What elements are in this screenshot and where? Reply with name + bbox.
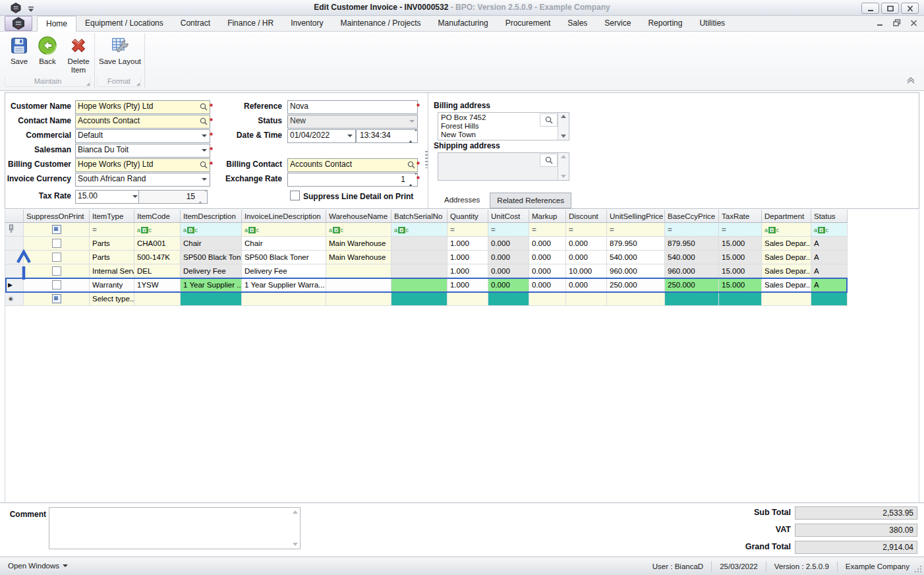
grid-cell-unitsellingprice[interactable]: 540.000: [607, 251, 665, 264]
ribbon-tab[interactable]: Equipment / Locations: [76, 16, 172, 32]
ribbon-tab[interactable]: Inventory: [282, 16, 332, 32]
column-header-itemtype[interactable]: ItemType: [90, 210, 134, 223]
scroll-down-icon[interactable]: [293, 543, 298, 546]
grid-cell-invoicelinedescription[interactable]: SP500 Black Toner: [242, 251, 326, 264]
date-field[interactable]: 01/04/2022: [287, 129, 356, 143]
salesman-dropdown[interactable]: Bianca Du Toit: [75, 144, 210, 158]
grid-cell-department[interactable]: Sales Depar...: [762, 278, 811, 292]
shipping-address-box[interactable]: [438, 152, 569, 181]
grid-cell-discount[interactable]: 0.000: [566, 237, 607, 251]
mdi-minimize-icon[interactable]: [877, 20, 884, 26]
filter-cell-baseccyprice[interactable]: =: [665, 223, 719, 237]
grid-cell-status[interactable]: A: [811, 278, 848, 292]
grid-cell-unitcost[interactable]: 0.000: [488, 251, 529, 264]
commercial-dropdown[interactable]: Default: [75, 129, 210, 143]
save-button[interactable]: Save: [7, 36, 32, 66]
tax-rate-value-spinner[interactable]: 15: [138, 190, 208, 204]
scroll-up-icon[interactable]: [293, 510, 298, 514]
new-row-cell-markup[interactable]: [529, 292, 566, 306]
grid-cell-markup[interactable]: 0.000: [529, 278, 566, 292]
filter-cell-itemtype[interactable]: =: [90, 223, 134, 237]
grid-cell-unitsellingprice[interactable]: 879.950: [607, 237, 665, 251]
column-header-itemdescription[interactable]: ItemDescription: [181, 210, 242, 223]
grid-cell-unitcost[interactable]: 0.000: [488, 264, 529, 278]
column-header-taxrate[interactable]: TaxRate: [719, 210, 762, 223]
grid-cell-quantity[interactable]: 1.000: [448, 278, 488, 292]
maximize-button[interactable]: [881, 3, 899, 14]
minimize-button[interactable]: [861, 3, 879, 14]
new-row-cell-itemdescription[interactable]: [181, 292, 242, 306]
grid-cell-warehousename[interactable]: [326, 264, 391, 278]
grid-cell-baseccyprice[interactable]: 540.000: [665, 251, 719, 264]
grid-cell-discount[interactable]: 0.000: [566, 278, 607, 292]
filter-cell-warehousename[interactable]: aBc: [326, 223, 391, 237]
application-button[interactable]: [5, 16, 32, 31]
resize-grip-icon[interactable]: [914, 565, 922, 573]
grid-cell-department[interactable]: Sales Depar...: [762, 251, 811, 264]
mdi-close-icon[interactable]: [910, 20, 917, 26]
grid-cell-suppressonprint[interactable]: [24, 251, 90, 264]
grid-cell-baseccyprice[interactable]: 960.000: [665, 264, 719, 278]
new-row-cell-baseccyprice[interactable]: [665, 292, 719, 306]
grid-cell-suppressonprint[interactable]: [24, 264, 90, 278]
suppress-line-detail-checkbox[interactable]: [290, 191, 300, 200]
grid-cell-markup[interactable]: 0.000: [529, 237, 566, 251]
grid-cell-taxrate[interactable]: 15.000: [719, 264, 762, 278]
ribbon-tab[interactable]: Manufacturing: [430, 16, 497, 32]
column-header-baseccyprice[interactable]: BaseCcyPrice: [665, 210, 719, 223]
delete-item-button[interactable]: Delete Item: [63, 36, 94, 75]
grid-cell-itemtype[interactable]: Parts: [90, 237, 134, 251]
grid-cell-itemcode[interactable]: 500-147K: [134, 251, 181, 264]
shipping-address-search-button[interactable]: [540, 154, 558, 167]
filter-cell-itemcode[interactable]: aBc: [134, 223, 181, 237]
invoice-currency-dropdown[interactable]: South African Rand: [75, 173, 210, 187]
column-header-invoicelinedescription[interactable]: InvoiceLineDescription: [242, 210, 326, 223]
ribbon-tab[interactable]: Procurement: [497, 16, 560, 32]
grid-cell-unitcost[interactable]: 0.000: [488, 237, 529, 251]
time-spinner[interactable]: 13:34:34: [356, 129, 418, 143]
grid-cell-itemdescription[interactable]: Chair: [181, 237, 242, 251]
save-layout-button[interactable]: Save Layout: [98, 36, 142, 66]
tax-rate-dropdown[interactable]: 15.00: [75, 190, 141, 204]
new-row-cell-itemcode[interactable]: [134, 292, 181, 306]
new-row-cell-itemtype[interactable]: Select type...: [90, 292, 134, 306]
grid-cell-invoicelinedescription[interactable]: 1 Year Supplier Warra...: [242, 278, 326, 292]
grid-cell-status[interactable]: A: [811, 251, 848, 264]
grid-cell-itemtype[interactable]: Parts: [90, 251, 134, 264]
new-row-cell-warehousename[interactable]: [326, 292, 391, 306]
grid-cell-baseccyprice[interactable]: 250.000: [665, 278, 719, 292]
filter-cell-status[interactable]: aBc: [811, 223, 848, 237]
new-row-cell-unitcost[interactable]: [488, 292, 529, 306]
billing-address-search-button[interactable]: [540, 113, 558, 127]
ribbon-tab[interactable]: Utilities: [691, 16, 734, 32]
suppress-checkbox[interactable]: [52, 239, 61, 248]
filter-cell-quantity[interactable]: =: [448, 223, 488, 237]
new-row-cell-unitsellingprice[interactable]: [607, 292, 665, 306]
filter-cell-taxrate[interactable]: =: [719, 223, 762, 237]
open-windows-button[interactable]: Open Windows: [8, 562, 68, 570]
billing-address-scrollbar[interactable]: [558, 113, 569, 140]
new-row-cell-batchserialno[interactable]: [391, 292, 448, 306]
column-header-suppressonprint[interactable]: SuppressOnPrint: [24, 210, 90, 223]
ribbon-tab[interactable]: Sales: [559, 16, 596, 32]
ribbon-tab[interactable]: Maintenance / Projects: [332, 16, 430, 32]
filter-cell-suppressonprint[interactable]: [24, 223, 90, 237]
grid-cell-invoicelinedescription[interactable]: Delivery Fee: [242, 264, 326, 278]
back-button[interactable]: Back: [34, 36, 61, 66]
reference-field[interactable]: Nova: [287, 100, 418, 114]
column-header-batchserialno[interactable]: BatchSerialNo: [391, 210, 448, 223]
new-row-cell-status[interactable]: [811, 292, 848, 306]
suppress-checkbox[interactable]: [52, 280, 61, 289]
grid-cell-taxrate[interactable]: 15.000: [719, 278, 762, 292]
billing-address-box[interactable]: PO Box 7452Forest HillsNew Town: [438, 112, 569, 140]
exchange-rate-spinner[interactable]: 1: [287, 173, 418, 187]
billing-customer-field[interactable]: Hope Works (Pty) Ltd: [75, 158, 210, 172]
filter-cell-invoicelinedescription[interactable]: aBc: [242, 223, 326, 237]
new-row-cell-suppressonprint[interactable]: [24, 292, 90, 306]
address-tab[interactable]: Related References: [490, 193, 571, 208]
grid-cell-warehousename[interactable]: Main Warehouse: [326, 237, 391, 251]
grid-cell-department[interactable]: Sales Depar...: [762, 264, 811, 278]
filter-cell-markup[interactable]: =: [529, 223, 566, 237]
grid-cell-batchserialno[interactable]: [391, 278, 448, 292]
grid-cell-itemcode[interactable]: DEL: [134, 264, 181, 278]
